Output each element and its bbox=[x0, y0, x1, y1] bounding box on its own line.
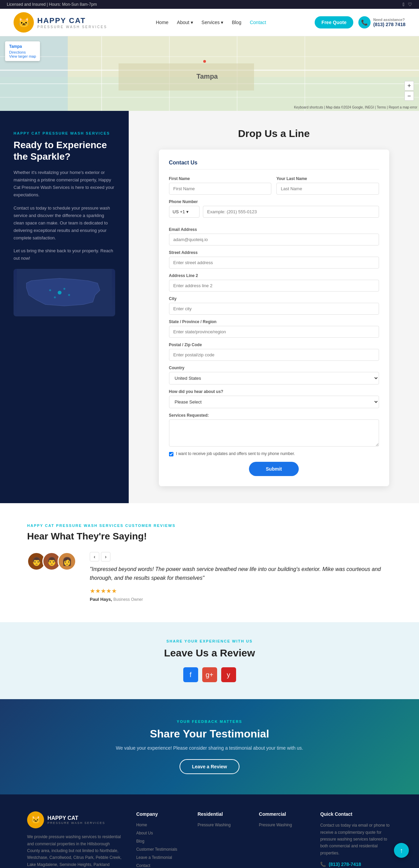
map-view-larger[interactable]: View larger map bbox=[9, 54, 36, 58]
email-group: Email Address bbox=[169, 227, 379, 245]
footer-description: We provide pressure washing services to … bbox=[27, 833, 123, 868]
need-assistance-label: Need assistance? bbox=[373, 18, 405, 22]
review-content: 👨 👨 👩 ‹ › "Impressed beyond words! The p… bbox=[27, 552, 392, 602]
city-input[interactable] bbox=[169, 303, 379, 315]
left-heading: Ready to Experience the Sparkle? bbox=[14, 139, 115, 162]
footer-quick-contact-title: Quick Contact bbox=[320, 811, 392, 817]
submit-button[interactable]: Submit bbox=[249, 462, 299, 476]
services-group: Services Requested: bbox=[169, 413, 379, 447]
services-label: Services Requested: bbox=[169, 413, 379, 418]
yelp-review-button[interactable]: y bbox=[221, 667, 236, 682]
map-section: Tampa Tampa Directions View larger map +… bbox=[0, 36, 419, 111]
footer-logo-title: HAPPY CAT bbox=[47, 815, 105, 821]
name-row: First Name Your Last Name bbox=[169, 176, 379, 195]
hear-label: How did you hear about us? bbox=[169, 389, 379, 394]
footer-link-contact[interactable]: Contact bbox=[136, 863, 150, 868]
review-platform-icons: f g+ y bbox=[27, 667, 392, 682]
nav-services[interactable]: Services ▾ bbox=[202, 20, 224, 25]
logo-icon: 🐱 bbox=[14, 12, 34, 33]
logo-text: HAPPY CAT PRESSURE WASH SERVICES bbox=[37, 16, 107, 29]
review-prev-button[interactable]: ‹ bbox=[90, 552, 99, 561]
first-name-input[interactable] bbox=[169, 183, 272, 195]
checkbox-row: I want to receive job updates and offers… bbox=[169, 451, 379, 456]
instagram-icon[interactable]: ♡ bbox=[408, 2, 412, 7]
google-review-button[interactable]: g+ bbox=[202, 667, 217, 682]
footer-link-commercial-pw[interactable]: Pressure Washing bbox=[259, 823, 292, 827]
nav-actions: Free Quote 📞 Need assistance? (813) 278 … bbox=[315, 16, 405, 28]
contact-form-card: Contact Us First Name Your Last Name Pho… bbox=[159, 150, 389, 486]
zip-group: Postal / Zip Code bbox=[169, 342, 379, 361]
left-para-1: Whether it's revitalizing your home's ex… bbox=[14, 169, 115, 199]
nav-contact[interactable]: Contact bbox=[250, 20, 266, 25]
hear-select[interactable]: Please Select bbox=[169, 396, 379, 408]
phone-action[interactable]: 📞 Need assistance? (813) 278 7418 bbox=[358, 16, 405, 28]
footer-grid: 🐱 HAPPY CAT PRESSURE WASH SERVICES We pr… bbox=[27, 811, 392, 868]
map-zoom-out[interactable]: − bbox=[404, 91, 414, 101]
review-quote: "Impressed beyond words! The power wash … bbox=[90, 565, 392, 582]
footer-residential-links: Pressure Washing bbox=[197, 822, 245, 827]
reviewer-avatars: 👨 👨 👩 bbox=[27, 552, 76, 571]
map-controls: + − bbox=[404, 81, 414, 101]
left-para-3: Let us bring the shine back to your prop… bbox=[14, 247, 115, 262]
main-nav: Home About ▾ Services ▾ Blog Contact bbox=[156, 20, 266, 25]
country-group: Country United States bbox=[169, 366, 379, 384]
phone-flag-label: US +1 bbox=[173, 209, 185, 214]
zip-input[interactable] bbox=[169, 349, 379, 361]
left-para-2: Contact us today to schedule your pressu… bbox=[14, 204, 115, 242]
free-quote-button[interactable]: Free Quote bbox=[315, 16, 353, 28]
svg-rect-12 bbox=[203, 60, 206, 63]
address2-input[interactable] bbox=[169, 280, 379, 292]
country-select[interactable]: United States bbox=[169, 372, 379, 384]
footer-link-testimonials[interactable]: Customer Testimonials bbox=[136, 847, 177, 852]
main-content: HAPPY CAT PRESSURE WASH SERVICES Ready t… bbox=[0, 111, 419, 503]
svg-point-15 bbox=[58, 291, 61, 295]
map-background: Tampa Tampa Directions View larger map +… bbox=[0, 36, 419, 111]
street-label: Street Address bbox=[169, 250, 379, 255]
last-name-input[interactable] bbox=[276, 183, 379, 195]
nav-home[interactable]: Home bbox=[156, 20, 168, 25]
us-map-svg bbox=[14, 269, 115, 316]
street-input[interactable] bbox=[169, 257, 379, 269]
last-name-label: Your Last Name bbox=[276, 176, 379, 181]
leave-testimonial-button[interactable]: Leave a Review bbox=[180, 759, 240, 774]
map-directions[interactable]: Directions bbox=[9, 50, 26, 54]
footer-phone[interactable]: 📞 (813) 278-7418 bbox=[320, 862, 392, 867]
footer-link-blog[interactable]: Blog bbox=[136, 839, 144, 844]
facebook-icon[interactable]:  bbox=[403, 2, 404, 7]
facebook-icon: f bbox=[190, 671, 192, 679]
state-group: State / Province / Region bbox=[169, 319, 379, 338]
review-next-button[interactable]: › bbox=[101, 552, 110, 561]
phone-icon-footer: 📞 bbox=[320, 862, 326, 867]
right-panel: Drop Us a Line Contact Us First Name You… bbox=[129, 111, 419, 503]
phone-group: Phone Number US +1 ▾ bbox=[169, 199, 379, 222]
top-bar: Licensed and Insured | Hours: Mon-Sun 8a… bbox=[0, 0, 419, 9]
facebook-review-button[interactable]: f bbox=[183, 667, 198, 682]
nav-about[interactable]: About ▾ bbox=[177, 20, 193, 25]
services-textarea[interactable] bbox=[169, 419, 379, 447]
phone-dropdown-icon[interactable]: ▾ bbox=[186, 209, 189, 214]
country-label: Country bbox=[169, 366, 379, 370]
state-input[interactable] bbox=[169, 326, 379, 338]
footer-quick-contact-col: Quick Contact Contact us today via email… bbox=[320, 811, 392, 868]
testimonial-text: We value your experience! Please conside… bbox=[27, 745, 392, 751]
fab-button[interactable]: ↑ bbox=[394, 843, 409, 858]
footer-link-residential-pw[interactable]: Pressure Washing bbox=[197, 823, 231, 827]
nav-blog[interactable]: Blog bbox=[232, 20, 241, 25]
address2-group: Address Line 2 bbox=[169, 273, 379, 292]
first-name-label: First Name bbox=[169, 176, 272, 181]
email-input[interactable] bbox=[169, 234, 379, 245]
map-zoom-in[interactable]: + bbox=[404, 81, 414, 91]
testimonial-section: YOUR FEEDBACK MATTERS Share Your Testimo… bbox=[0, 699, 419, 794]
phone-country-selector[interactable]: US +1 ▾ bbox=[169, 206, 200, 218]
footer-residential-title: Residential bbox=[197, 811, 245, 817]
footer-link-about[interactable]: About Us bbox=[136, 831, 153, 835]
updates-checkbox[interactable] bbox=[169, 452, 173, 456]
footer-link-leave-testimonial[interactable]: Leave a Testimonial bbox=[136, 855, 172, 860]
header: 🐱 HAPPY CAT PRESSURE WASH SERVICES Home … bbox=[0, 9, 419, 36]
svg-text:Tampa: Tampa bbox=[196, 73, 218, 80]
left-section-label: HAPPY CAT PRESSURE WASH SERVICES bbox=[14, 131, 115, 135]
phone-number-input[interactable] bbox=[203, 206, 379, 218]
footer-company-links: Home About Us Blog Customer Testimonials… bbox=[136, 822, 184, 868]
footer-link-home[interactable]: Home bbox=[136, 823, 147, 827]
reviews-section-label: HAPPY CAT PRESSURE WASH SERVICES CUSTOME… bbox=[27, 524, 392, 528]
